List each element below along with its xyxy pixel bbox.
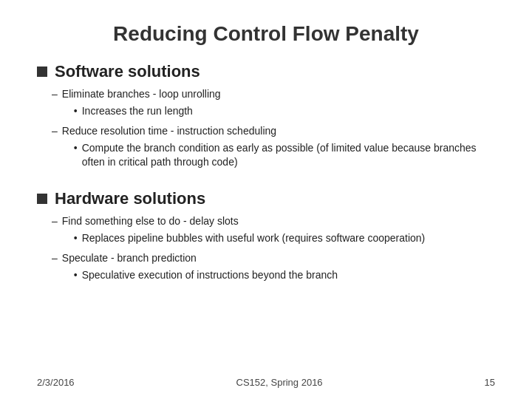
list-item: • Increases the run length [74,104,221,119]
item-content: Eliminate branches - loop unrolling • In… [62,87,221,120]
slide-title: Reducing Control Flow Penalty [37,22,495,46]
slide: Reducing Control Flow Penalty Software s… [0,0,532,399]
software-section: Software solutions – Eliminate branches … [37,62,495,176]
list-item: • Compute the branch condition as early … [74,141,495,170]
hardware-content-list: – Find something else to do - delay slot… [37,214,495,284]
list-item: – Speculate - branch prediction • Specul… [52,251,495,284]
hardware-section: Hardware solutions – Find something else… [37,189,495,288]
footer-date: 2/3/2016 [37,377,75,388]
hardware-bullet-icon [37,194,47,204]
sub-list: • Compute the branch condition as early … [62,141,495,170]
item-content: Speculate - branch prediction • Speculat… [62,251,338,284]
hardware-section-title: Hardware solutions [55,189,205,208]
software-content-list: – Eliminate branches - loop unrolling • … [37,87,495,172]
footer-page: 15 [485,377,495,388]
footer-course: CS152, Spring 2016 [236,377,323,388]
bullet-icon: • [74,231,78,246]
sub-list: • Replaces pipeline bubbles with useful … [62,231,425,246]
software-section-title: Software solutions [55,62,200,81]
hardware-section-header: Hardware solutions [37,189,495,208]
item-content: Find something else to do - delay slots … [62,214,425,248]
bullet-icon: • [74,141,78,156]
sub-list: • Speculative execution of instructions … [62,268,338,283]
sub-list: • Increases the run length [62,104,221,119]
list-item: – Eliminate branches - loop unrolling • … [52,87,495,120]
dash-icon: – [52,87,58,120]
dash-icon: – [52,214,58,248]
software-bullet-icon [37,66,47,77]
list-item: • Speculative execution of instructions … [74,268,338,283]
list-item: – Find something else to do - delay slot… [52,214,495,248]
list-item: • Replaces pipeline bubbles with useful … [74,231,425,246]
bullet-icon: • [74,104,78,119]
bullet-icon: • [74,268,78,283]
dash-icon: – [52,251,58,284]
footer: 2/3/2016 CS152, Spring 2016 15 [0,377,532,388]
software-section-header: Software solutions [37,62,495,81]
list-item: – Reduce resolution time - instruction s… [52,124,495,172]
dash-icon: – [52,124,58,172]
item-content: Reduce resolution time - instruction sch… [62,124,495,172]
